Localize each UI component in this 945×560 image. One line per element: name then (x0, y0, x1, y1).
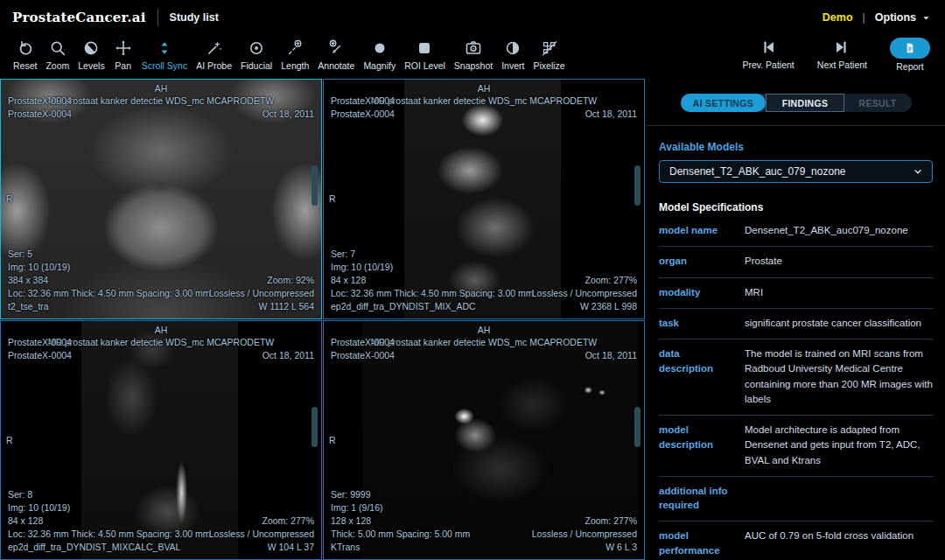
tool-label: Fiducial (241, 60, 272, 71)
series-number: Ser: 8 (8, 488, 211, 501)
viewport-bval[interactable]: AH MR prostaat kanker detectie WDS_mc MC… (0, 320, 322, 560)
fiducial-icon (247, 38, 266, 58)
compression: Lossless / Uncompressed (209, 287, 314, 300)
series-number: Ser: 9999 (331, 488, 470, 501)
tool-levels[interactable]: Levels (74, 38, 108, 71)
logo-separator (158, 9, 158, 26)
tab-ai-settings[interactable]: AI SETTINGS (681, 94, 766, 112)
header-pipe: | (863, 11, 865, 24)
tool-label: Invert (501, 60, 524, 71)
tool-magnify[interactable]: Magnify (359, 38, 400, 71)
tool-label: Pan (115, 60, 131, 71)
viewport-adc[interactable]: AH MR prostaat kanker detectie WDS_mc MC… (323, 79, 645, 319)
series-name: KTrans (331, 541, 470, 554)
model-specifications-table: model name Densenet_T2_ABK_auc079_nozone… (659, 216, 933, 560)
zoom-level: Zoom: 92% (209, 274, 314, 287)
patient-id: ProstateX-0004 (8, 108, 72, 121)
side-marker: R (329, 433, 336, 446)
tool-label: ROI Level (404, 60, 445, 71)
viewport-ktrans[interactable]: AH MR prostaat kanker detectie WDS_mc MC… (323, 320, 645, 560)
image-dimensions: 384 x 384 (8, 274, 211, 287)
window-level: W 6 L 3 (532, 541, 637, 554)
tab-findings[interactable]: FINDINGS (766, 94, 844, 112)
display-info: Zoom: 277% Lossless / Uncompressed W 236… (532, 274, 637, 313)
tool-zoom[interactable]: Zoom (41, 38, 74, 71)
nav-study-list[interactable]: Study list (170, 11, 219, 24)
study-date: Oct 18, 2011 (585, 108, 637, 121)
series-info: Ser: 8 Img: 10 (10/19) 84 x 128 Loc: 32.… (8, 488, 211, 554)
report-document-icon (903, 41, 917, 55)
viewport-t2[interactable]: AH MR prostaat kanker detectie WDS_mc MC… (0, 79, 322, 319)
options-label: Options (875, 11, 916, 24)
select-chevron-icon (913, 166, 923, 177)
zoom-level: Zoom: 277% (532, 274, 637, 287)
viewport-scrollbar[interactable] (634, 165, 640, 206)
tool-label: Pixelize (533, 60, 564, 71)
demo-link[interactable]: Demo (822, 11, 853, 24)
study-id: ProstateX-0004 (8, 336, 72, 349)
spec-row-data-description: data description The model is trained on… (659, 340, 933, 416)
next-patient-button[interactable]: Next Patient (813, 38, 872, 70)
tool-length[interactable]: Length (276, 38, 313, 71)
side-marker: R (329, 192, 336, 206)
compression: Lossless / Uncompressed (532, 287, 637, 300)
side-marker: R (6, 192, 13, 206)
zoom-level: Zoom: 277% (532, 514, 637, 528)
tool-annotate[interactable]: Annotate (313, 38, 359, 71)
image-number: Img: 1 (9/16) (331, 501, 470, 514)
prev-patient-button[interactable]: Prev. Patient (738, 38, 798, 70)
window-level: W 2368 L 998 (532, 300, 637, 313)
tool-scroll-sync[interactable]: Scroll Sync (137, 38, 192, 71)
annotate-icon (326, 38, 346, 58)
available-models-label: Available Models (659, 141, 933, 153)
tool-invert[interactable]: Invert (497, 38, 528, 71)
options-menu[interactable]: Options (875, 11, 931, 24)
tool-ai-probe[interactable]: AI Probe (192, 38, 236, 71)
series-name: t2_tse_tra (8, 300, 211, 313)
pixelize-icon (540, 38, 559, 58)
tool-pan[interactable]: Pan (109, 38, 137, 71)
viewport-scrollbar[interactable] (312, 407, 318, 447)
tool-roi-level[interactable]: ROI Level (400, 38, 450, 71)
tool-pixelize[interactable]: Pixelize (528, 38, 569, 71)
study-date: Oct 18, 2011 (262, 108, 314, 121)
invert-icon (503, 38, 522, 58)
study-date: Oct 18, 2011 (585, 349, 637, 362)
study-date: Oct 18, 2011 (262, 349, 314, 362)
app-logo: ProstateCancer.ai (12, 10, 146, 25)
next-patient-icon (832, 38, 851, 57)
tool-label: Reset (13, 60, 37, 71)
report-button[interactable]: Report (886, 38, 934, 72)
report-pill (890, 38, 930, 59)
series-number: Ser: 7 (331, 248, 534, 261)
viewport-grid: AH MR prostaat kanker detectie WDS_mc MC… (0, 79, 645, 560)
model-select[interactable]: Densenet_T2_ABK_auc_079_nozone (659, 160, 933, 183)
slice-location: Loc: 32.36 mm Thick: 4.50 mm Spacing: 3.… (331, 287, 534, 300)
tool-snapshot[interactable]: Snapshot (450, 38, 497, 71)
toolbar: Reset Zoom Levels Pan Scroll Sync AI Pro… (0, 35, 945, 79)
viewport-scrollbar[interactable] (312, 165, 318, 206)
scroll-sync-icon (155, 38, 174, 58)
spec-row-model-name: model name Densenet_T2_ABK_auc079_nozone (659, 216, 933, 247)
image-dimensions: 84 x 128 (8, 514, 211, 528)
tool-fiducial[interactable]: Fiducial (236, 38, 276, 71)
slice-location: Thick: 5.00 mm Spacing: 5.00 mm (331, 528, 470, 541)
chevron-down-icon (921, 13, 931, 23)
zoom-level: Zoom: 277% (209, 514, 314, 528)
tool-reset[interactable]: Reset (9, 38, 41, 71)
slice-location: Loc: 32.36 mm Thick: 4.50 mm Spacing: 3.… (8, 528, 211, 541)
series-info: Ser: 7 Img: 10 (10/19) 84 x 128 Loc: 32.… (331, 248, 534, 313)
pan-icon (114, 38, 133, 58)
model-select-value: Densenet_T2_ABK_auc_079_nozone (669, 165, 846, 178)
model-specifications-title: Model Specifications (659, 201, 933, 214)
reset-icon (16, 38, 35, 58)
tab-result[interactable]: RESULT (844, 94, 912, 112)
series-name: ep2d_diff_tra_DYNDIST_MIX_ADC (331, 300, 534, 313)
viewport-scrollbar[interactable] (634, 407, 640, 447)
report-label: Report (896, 61, 924, 72)
ai-probe-icon (205, 38, 224, 58)
levels-icon (81, 38, 101, 58)
series-number: Ser: 5 (8, 248, 211, 261)
tool-label: Annotate (318, 60, 354, 71)
tool-label: Snapshot (454, 60, 493, 71)
